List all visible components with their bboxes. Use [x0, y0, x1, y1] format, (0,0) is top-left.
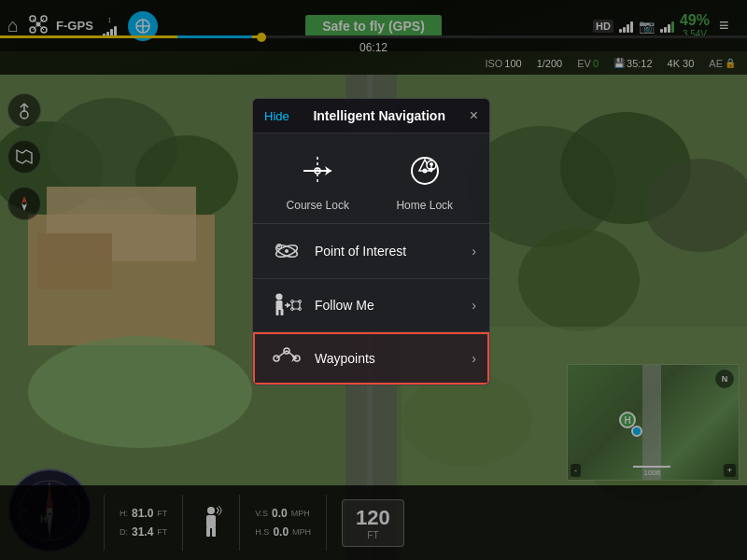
follow-me-icon: [266, 292, 307, 318]
close-button[interactable]: ×: [470, 108, 478, 123]
follow-me-arrow: ›: [472, 298, 476, 313]
svg-marker-68: [287, 302, 290, 308]
modal-title: Intelligent Navigation: [297, 108, 462, 123]
waypoints-icon: [266, 345, 307, 371]
lock-modes-row: Course Lock Home Lock: [253, 133, 489, 224]
waypoints-svg: [273, 345, 301, 371]
home-lock-svg: [406, 152, 444, 189]
follow-me-svg: [272, 292, 302, 318]
svg-point-53: [422, 169, 427, 174]
poi-arrow: ›: [472, 244, 476, 259]
svg-point-62: [285, 249, 289, 253]
svg-rect-66: [281, 309, 284, 315]
hide-button[interactable]: Hide: [264, 109, 289, 123]
follow-me-label: Follow Me: [307, 298, 472, 313]
course-lock-svg: [299, 152, 336, 189]
point-of-interest-item[interactable]: Point of Interest ›: [253, 224, 489, 279]
follow-me-item[interactable]: Follow Me ›: [253, 279, 489, 332]
course-lock-button[interactable]: Course Lock: [275, 150, 359, 212]
svg-point-61: [278, 245, 280, 247]
waypoints-arrow: ›: [472, 351, 476, 366]
svg-rect-65: [276, 309, 279, 315]
home-lock-button[interactable]: Home Lock: [383, 150, 467, 212]
waypoints-item[interactable]: Waypoints ›: [253, 332, 489, 385]
intelligent-navigation-modal: Hide Intelligent Navigation × Course Loc…: [252, 98, 490, 385]
poi-svg: [273, 237, 301, 265]
svg-rect-64: [276, 301, 283, 310]
home-lock-label: Home Lock: [396, 199, 453, 212]
svg-point-55: [430, 162, 433, 166]
poi-icon: [266, 237, 307, 265]
home-lock-icon: [404, 150, 445, 191]
waypoints-label: Waypoints: [307, 351, 472, 366]
course-lock-icon: [297, 150, 338, 191]
poi-label: Point of Interest: [307, 244, 472, 259]
modal-header: Hide Intelligent Navigation ×: [253, 99, 489, 133]
course-lock-label: Course Lock: [287, 199, 349, 212]
